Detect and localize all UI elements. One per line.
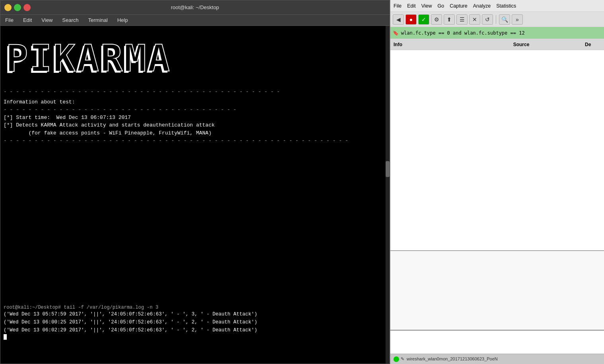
cursor-line	[4, 334, 386, 340]
ws-menubar: File Edit View Go Capture Analyze Statis…	[390, 0, 604, 12]
ws-status-item: ✎ wireshark_wlan0mon_20171213060623_PoeN	[394, 356, 498, 362]
separator-line-1: - - - - - - - - - - - - - - - - - - - - …	[4, 88, 386, 96]
filter-icon: 🔖	[393, 30, 399, 36]
terminal-window: root@kali: ~/Desktop File Edit View Sear…	[0, 0, 390, 364]
ws-btn-refresh[interactable]: ↺	[482, 14, 493, 25]
desc-line1: [*] Detects KARMA Attack activity and st…	[4, 121, 386, 129]
scrollbar-thumb[interactable]	[386, 161, 390, 177]
ws-status-filename: ✎ wireshark_wlan0mon_20171213060623_PoeN	[401, 356, 498, 362]
data-line-1: ('Wed Dec 13 05:57:59 2017', '||', '24:0…	[4, 310, 386, 318]
info-header: Information about test:	[4, 98, 386, 106]
ws-btn-go[interactable]: ✓	[418, 14, 429, 25]
ws-filename-text: wireshark_wlan0mon_20171213060623_PoeN	[407, 356, 498, 361]
ws-btn-close[interactable]: ✕	[469, 14, 480, 25]
menu-edit[interactable]: Edit	[21, 16, 33, 24]
desc-line2: (for fake access points - WiFi Pineapple…	[4, 129, 386, 137]
col-dest-header: De	[585, 42, 601, 47]
ws-packet-list[interactable]	[390, 50, 604, 250]
separator-line-2: - - - - - - - - - - - - - - - - - - - - …	[4, 106, 386, 114]
toolbar-separator	[496, 15, 496, 24]
filter-text: wlan.fc.type == 0 and wlan.fc.subtype ==…	[401, 30, 602, 36]
menu-view[interactable]: View	[40, 16, 54, 24]
col-source-header: Source	[513, 42, 585, 47]
wireshark-window: File Edit View Go Capture Analyze Statis…	[390, 0, 604, 364]
terminal-title: root@kali: ~/Desktop	[171, 4, 219, 10]
data-line-2: ('Wed Dec 13 06:00:25 2017', '||', '24:0…	[4, 318, 386, 326]
menu-file[interactable]: File	[4, 16, 15, 24]
menu-terminal[interactable]: Terminal	[87, 16, 109, 24]
ws-btn-upload[interactable]: ⬆	[444, 14, 455, 25]
ws-menu-statistics[interactable]: Statistics	[496, 3, 516, 9]
terminal-menubar: File Edit View Search Terminal Help	[0, 15, 390, 26]
terminal-lower: root@kali:~/Desktop# tail -f /var/log/pi…	[4, 305, 386, 340]
pikarma-logo-container	[4, 32, 386, 86]
ws-btn-menu[interactable]: ☰	[456, 14, 468, 25]
ws-bottom-bar: ✎ wireshark_wlan0mon_20171213060623_PoeN	[390, 354, 604, 364]
ws-btn-back[interactable]: ◀	[393, 14, 404, 25]
pikarma-logo	[4, 32, 226, 84]
close-button[interactable]	[23, 4, 31, 11]
ws-packet-header: Info Source De	[390, 39, 604, 50]
menu-help[interactable]: Help	[116, 16, 130, 24]
ws-menu-go[interactable]: Go	[438, 3, 444, 9]
ws-filter-bar[interactable]: 🔖 wlan.fc.type == 0 and wlan.fc.subtype …	[390, 27, 604, 39]
ws-menu-file[interactable]: File	[394, 3, 401, 9]
ws-menu-edit[interactable]: Edit	[407, 3, 416, 9]
start-line: [*] Start time: Wed Dec 13 06:07:13 2017	[4, 114, 386, 122]
ws-menu-capture[interactable]: Capture	[450, 3, 467, 9]
terminal-body[interactable]: - - - - - - - - - - - - - - - - - - - - …	[0, 26, 390, 364]
ws-status-icon	[394, 356, 399, 362]
terminal-titlebar: root@kali: ~/Desktop	[0, 0, 390, 15]
ws-menu-view[interactable]: View	[421, 3, 432, 9]
minimize-button[interactable]	[4, 4, 12, 11]
maximize-button[interactable]	[14, 4, 21, 11]
ws-hex-pane[interactable]	[390, 330, 604, 354]
ws-btn-more[interactable]: »	[512, 14, 523, 25]
ws-btn-settings[interactable]: ⚙	[431, 14, 442, 25]
ws-toolbar: ◀ ● ✓ ⚙ ⬆ ☰ ✕ ↺ 🔍 »	[390, 12, 604, 27]
data-line-3: ('Wed Dec 13 06:02:29 2017', '||', '24:0…	[4, 326, 386, 334]
menu-search[interactable]: Search	[60, 16, 80, 24]
ws-menu-analyze[interactable]: Analyze	[473, 3, 491, 9]
terminal-cursor	[4, 334, 7, 340]
scrollbar-track[interactable]	[386, 26, 390, 364]
col-info-header: Info	[394, 42, 513, 47]
edit-icon[interactable]: ✎	[401, 356, 404, 361]
window-buttons	[4, 4, 31, 11]
ws-btn-search[interactable]: 🔍	[499, 14, 510, 25]
cmd-line: root@kali:~/Desktop# tail -f /var/log/pi…	[4, 305, 386, 310]
separator-line-3: - - - - - - - - - - - - - - - - - - - - …	[4, 137, 386, 145]
ws-btn-stop[interactable]: ●	[405, 14, 417, 25]
ws-detail-pane[interactable]	[390, 250, 604, 330]
